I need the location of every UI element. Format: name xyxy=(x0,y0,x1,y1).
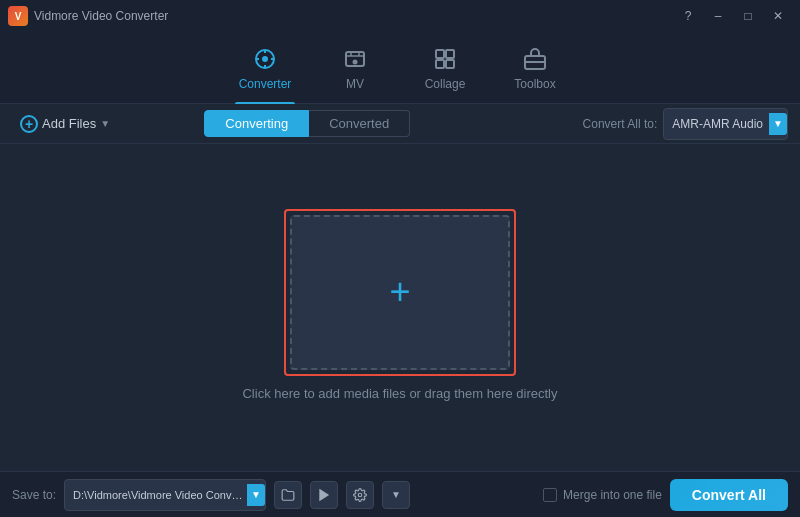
svg-marker-14 xyxy=(320,489,328,500)
title-bar-left: V Vidmore Video Converter xyxy=(8,6,168,26)
convert-all-to: Convert All to: AMR-AMR Audio ▼ xyxy=(583,108,788,140)
format-selector[interactable]: AMR-AMR Audio ▼ xyxy=(663,108,788,140)
folder-button[interactable] xyxy=(274,481,302,509)
minimize-button[interactable]: – xyxy=(704,5,732,27)
nav-bar: Converter MV Collage xyxy=(0,32,800,104)
svg-point-1 xyxy=(262,56,268,62)
title-bar-controls: ? – □ ✕ xyxy=(674,5,792,27)
svg-rect-9 xyxy=(446,50,454,58)
maximize-button[interactable]: □ xyxy=(734,5,762,27)
chevron-down-icon: ▼ xyxy=(391,489,401,500)
footer: Save to: D:\Vidmore\Vidmore Video Conver… xyxy=(0,471,800,517)
nav-label-collage: Collage xyxy=(425,77,466,91)
nav-label-converter: Converter xyxy=(239,77,292,91)
add-files-label: Add Files xyxy=(42,116,96,131)
convert-all-to-label: Convert All to: xyxy=(583,117,658,131)
svg-rect-8 xyxy=(436,50,444,58)
nav-item-toolbox[interactable]: Toolbox xyxy=(490,32,580,104)
format-dropdown-arrow: ▼ xyxy=(769,113,787,135)
nav-item-collage[interactable]: Collage xyxy=(400,32,490,104)
path-dropdown-arrow: ▼ xyxy=(247,484,265,506)
converter-icon xyxy=(251,45,279,73)
save-path-selector[interactable]: D:\Vidmore\Vidmore Video Converter\Conve… xyxy=(64,479,266,511)
main-content: + Click here to add media files or drag … xyxy=(0,144,800,471)
help-button[interactable]: ? xyxy=(674,5,702,27)
close-button[interactable]: ✕ xyxy=(764,5,792,27)
play-button[interactable] xyxy=(310,481,338,509)
tab-converting[interactable]: Converting xyxy=(204,110,309,137)
tab-group: Converting Converted xyxy=(204,110,410,137)
toolbox-icon xyxy=(521,45,549,73)
drop-zone-border xyxy=(284,209,516,376)
mv-icon xyxy=(341,45,369,73)
add-icon: + xyxy=(20,115,38,133)
collage-icon xyxy=(431,45,459,73)
toolbar: + Add Files ▼ Converting Converted Conve… xyxy=(0,104,800,144)
selected-format: AMR-AMR Audio xyxy=(672,117,763,131)
app-title: Vidmore Video Converter xyxy=(34,9,168,23)
merge-option: Merge into one file xyxy=(543,488,662,502)
svg-rect-10 xyxy=(436,60,444,68)
nav-label-mv: MV xyxy=(346,77,364,91)
title-bar: V Vidmore Video Converter ? – □ ✕ xyxy=(0,0,800,32)
add-files-button[interactable]: + Add Files ▼ xyxy=(12,111,118,137)
nav-item-mv[interactable]: MV xyxy=(310,32,400,104)
nav-item-converter[interactable]: Converter xyxy=(220,32,310,104)
app-icon: V xyxy=(8,6,28,26)
nav-label-toolbox: Toolbox xyxy=(514,77,555,91)
dropdown-settings-button[interactable]: ▼ xyxy=(382,481,410,509)
convert-all-button[interactable]: Convert All xyxy=(670,479,788,511)
save-path-text: D:\Vidmore\Vidmore Video Converter\Conve… xyxy=(73,489,243,501)
settings-button[interactable] xyxy=(346,481,374,509)
drop-hint-text: Click here to add media files or drag th… xyxy=(242,386,557,401)
merge-checkbox[interactable] xyxy=(543,488,557,502)
drop-zone-wrapper: + xyxy=(290,215,510,370)
tab-converted[interactable]: Converted xyxy=(309,110,410,137)
merge-label: Merge into one file xyxy=(563,488,662,502)
svg-point-15 xyxy=(358,493,362,497)
save-to-label: Save to: xyxy=(12,488,56,502)
svg-point-7 xyxy=(353,59,358,64)
add-files-arrow: ▼ xyxy=(100,118,110,129)
svg-rect-11 xyxy=(446,60,454,68)
